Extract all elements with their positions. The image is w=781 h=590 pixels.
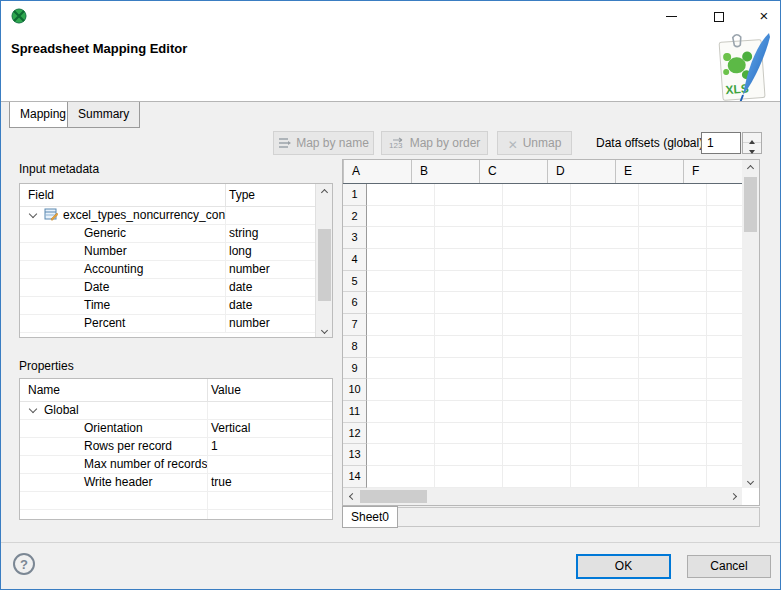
grid-cell[interactable] [367, 206, 435, 228]
metadata-field-row[interactable]: Generic string [20, 225, 332, 243]
grid-cell[interactable] [503, 423, 571, 445]
grid-row-header[interactable]: 3 [343, 227, 367, 249]
grid-row-header[interactable]: 13 [343, 444, 367, 466]
grid-cell[interactable] [639, 206, 707, 228]
grid-horizontal-scrollbar[interactable] [343, 488, 742, 505]
property-row[interactable]: Max number of records [20, 456, 332, 474]
grid-cell[interactable] [571, 206, 639, 228]
grid-row-header[interactable]: 10 [343, 379, 367, 401]
grid-cell[interactable] [707, 336, 742, 358]
grid-row-header[interactable]: 14 [343, 466, 367, 488]
grid-cell[interactable] [503, 227, 571, 249]
grid-cell[interactable] [503, 401, 571, 423]
grid-cell[interactable] [571, 336, 639, 358]
grid-cell[interactable] [707, 358, 742, 380]
property-row[interactable]: Rows per record 1 [20, 438, 332, 456]
grid-cell[interactable] [571, 466, 639, 488]
grid-cell[interactable] [571, 358, 639, 380]
properties-root-row[interactable]: Global [20, 402, 332, 420]
grid-cell[interactable] [639, 401, 707, 423]
grid-cell[interactable] [435, 227, 503, 249]
grid-cell[interactable] [503, 358, 571, 380]
grid-row-header[interactable]: 11 [343, 401, 367, 423]
grid-row-header[interactable]: 6 [343, 292, 367, 314]
grid-cell[interactable] [571, 379, 639, 401]
grid-cell[interactable] [503, 314, 571, 336]
ok-button[interactable]: OK [576, 554, 671, 579]
metadata-field-row[interactable]: Time date [20, 297, 332, 315]
grid-cell[interactable] [571, 184, 639, 206]
grid-cell[interactable] [639, 336, 707, 358]
metadata-field-row[interactable]: Percent number [20, 315, 332, 333]
grid-row-header[interactable]: 5 [343, 271, 367, 293]
grid-cell[interactable] [367, 379, 435, 401]
grid-cell[interactable] [503, 292, 571, 314]
grid-cell[interactable] [367, 227, 435, 249]
grid-cell[interactable] [367, 336, 435, 358]
grid-cell[interactable] [639, 184, 707, 206]
grid-cell[interactable] [503, 379, 571, 401]
tree-expanded-icon[interactable] [29, 405, 37, 413]
tab-summary[interactable]: Summary [67, 102, 140, 128]
metadata-root-row[interactable]: excel_types_noncurrency_con [20, 207, 332, 225]
scroll-down-button[interactable] [742, 473, 759, 488]
grid-cell[interactable] [707, 379, 742, 401]
grid-cell[interactable] [571, 271, 639, 293]
grid-row-header[interactable]: 4 [343, 249, 367, 271]
column-header-value[interactable]: Value [207, 379, 332, 401]
grid-cell[interactable] [367, 184, 435, 206]
grid-cell[interactable] [571, 423, 639, 445]
grid-cell[interactable] [707, 227, 742, 249]
grid-cell[interactable] [707, 184, 742, 206]
grid-cell[interactable] [503, 249, 571, 271]
grid-cell[interactable] [503, 206, 571, 228]
grid-cell[interactable] [707, 444, 742, 466]
grid-cell[interactable] [571, 314, 639, 336]
grid-cell[interactable] [707, 466, 742, 488]
spinner-up-button[interactable] [743, 133, 761, 143]
grid-cell[interactable] [503, 184, 571, 206]
grid-cell[interactable] [707, 249, 742, 271]
sheet-tab-sheet0[interactable]: Sheet0 [342, 506, 398, 528]
grid-cell[interactable] [435, 423, 503, 445]
grid-cell[interactable] [639, 379, 707, 401]
grid-cell[interactable] [367, 314, 435, 336]
scrollbar-thumb[interactable] [744, 177, 757, 232]
grid-cell[interactable] [639, 444, 707, 466]
scroll-left-button[interactable] [343, 488, 358, 505]
grid-cell[interactable] [435, 249, 503, 271]
grid-cell[interactable] [435, 358, 503, 380]
grid-cell[interactable] [367, 358, 435, 380]
grid-column-header[interactable]: A [344, 160, 412, 183]
property-row[interactable]: Orientation Vertical [20, 420, 332, 438]
grid-cell[interactable] [367, 292, 435, 314]
grid-cell[interactable] [639, 292, 707, 314]
grid-cell[interactable] [571, 444, 639, 466]
grid-column-header[interactable]: C [480, 160, 548, 183]
grid-cell[interactable] [503, 444, 571, 466]
grid-cell[interactable] [571, 292, 639, 314]
grid-vertical-scrollbar[interactable] [742, 160, 759, 488]
grid-cell[interactable] [503, 271, 571, 293]
grid-row-header[interactable]: 7 [343, 314, 367, 336]
grid-cell[interactable] [367, 466, 435, 488]
grid-cell[interactable] [435, 379, 503, 401]
grid-column-header[interactable]: B [412, 160, 480, 183]
grid-cell[interactable] [571, 249, 639, 271]
metadata-field-row[interactable]: Number long [20, 243, 332, 261]
grid-cell[interactable] [503, 336, 571, 358]
grid-cell[interactable] [367, 271, 435, 293]
grid-cell[interactable] [435, 466, 503, 488]
grid-cell[interactable] [707, 401, 742, 423]
grid-column-header[interactable]: F [684, 160, 742, 183]
grid-cell[interactable] [707, 292, 742, 314]
grid-cell[interactable] [367, 423, 435, 445]
scroll-up-button[interactable] [742, 160, 759, 175]
grid-column-header[interactable]: E [616, 160, 684, 183]
grid-cell[interactable] [707, 423, 742, 445]
scroll-up-button[interactable] [316, 184, 332, 199]
close-button[interactable]: × [748, 1, 780, 31]
map-by-name-button[interactable]: Map by name [273, 131, 374, 155]
grid-cell[interactable] [367, 401, 435, 423]
grid-cell[interactable] [367, 444, 435, 466]
